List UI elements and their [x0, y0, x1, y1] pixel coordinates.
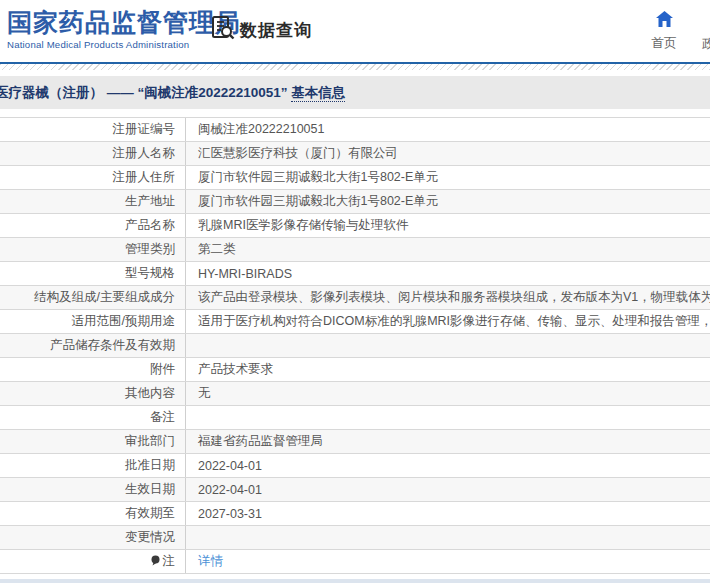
table-row: 注册人住所厦门市软件园三期诚毅北大街1号802-E单元 [0, 166, 710, 190]
breadcrumb-suffix: 基本信息 [291, 85, 345, 102]
table-row: 结构及组成/主要组成成分该产品由登录模块、影像列表模块、阅片模块和服务器模块组成… [0, 286, 710, 310]
note-bubble-icon [151, 555, 160, 569]
row-value: 详情 [186, 550, 710, 573]
row-label: 附件 [0, 358, 186, 381]
row-label: 型号规格 [0, 262, 186, 285]
table-row: 其他内容无 [0, 382, 710, 406]
table-row: 注详情 [0, 550, 710, 574]
nav-item-partial[interactable]: 政 [702, 36, 710, 53]
detail-link[interactable]: 详情 [198, 553, 223, 570]
table-row: 有效期至2027-03-31 [0, 502, 710, 526]
table-row: 产品储存条件及有效期 [0, 334, 710, 358]
info-table: 注册证编号闽械注准20222210051注册人名称汇医慧影医疗科技（厦门）有限公… [0, 117, 710, 574]
row-label: 有效期至 [0, 502, 186, 525]
logo-title: 国家药品监督管理局 [7, 9, 241, 37]
table-row: 生产地址厦门市软件园三期诚毅北大街1号802-E单元 [0, 190, 710, 214]
row-label: 批准日期 [0, 454, 186, 477]
row-value: 闽械注准20222210051 [186, 118, 710, 141]
section-title: 数据查询 [240, 19, 312, 42]
document-search-icon [210, 15, 236, 45]
table-row: 注册证编号闽械注准20222210051 [0, 118, 710, 142]
row-label: 结构及组成/主要组成成分 [0, 286, 186, 309]
nav-home-label: 首页 [646, 35, 682, 52]
row-value: 2027-03-31 [186, 502, 710, 525]
row-label: 产品储存条件及有效期 [0, 334, 186, 357]
table-row: 注册人名称汇医慧影医疗科技（厦门）有限公司 [0, 142, 710, 166]
nav-item-home[interactable]: 首页 [646, 11, 682, 52]
row-label: 产品名称 [0, 214, 186, 237]
row-value: 第二类 [186, 238, 710, 261]
row-label: 注册证编号 [0, 118, 186, 141]
nmpa-logo[interactable]: 国家药品监督管理局 National Medical Products Admi… [7, 9, 241, 50]
row-label: 备注 [0, 406, 186, 429]
row-value: 2022-04-01 [186, 478, 710, 501]
breadcrumb-bar: 医疗器械（注册） —— “闽械注准20222210051” 基本信息 [0, 76, 710, 109]
row-label: 其他内容 [0, 382, 186, 405]
row-label: 变更情况 [0, 526, 186, 549]
row-value: HY-MRI-BIRADS [186, 262, 710, 285]
table-row: 管理类别第二类 [0, 238, 710, 262]
table-row: 型号规格HY-MRI-BIRADS [0, 262, 710, 286]
breadcrumb: 医疗器械（注册） —— “闽械注准20222210051” 基本信息 [0, 84, 345, 102]
row-value: 厦门市软件园三期诚毅北大街1号802-E单元 [186, 166, 710, 189]
footer-strip [0, 579, 710, 583]
row-value: 厦门市软件园三期诚毅北大街1号802-E单元 [186, 190, 710, 213]
table-row: 附件产品技术要求 [0, 358, 710, 382]
table-row: 适用范围/预期用途适用于医疗机构对符合DICOM标准的乳腺MRI影像进行存储、传… [0, 310, 710, 334]
row-label: 注册人住所 [0, 166, 186, 189]
row-label: 注册人名称 [0, 142, 186, 165]
row-value: 福建省药品监督管理局 [186, 430, 710, 453]
table-row: 生效日期2022-04-01 [0, 478, 710, 502]
table-row: 批准日期2022-04-01 [0, 454, 710, 478]
row-value: 乳腺MRI医学影像存储传输与处理软件 [186, 214, 710, 237]
row-label: 管理类别 [0, 238, 186, 261]
data-query-section: 数据查询 [210, 15, 312, 45]
table-row: 变更情况 [0, 526, 710, 550]
row-value: 该产品由登录模块、影像列表模块、阅片模块和服务器模块组成，发布版本为V1，物理载… [186, 286, 710, 309]
row-label: 生效日期 [0, 478, 186, 501]
breadcrumb-main: 医疗器械（注册） —— “闽械注准20222210051” [0, 85, 291, 100]
table-row: 审批部门福建省药品监督管理局 [0, 430, 710, 454]
logo-subtitle: National Medical Products Administration [7, 39, 241, 50]
row-value [186, 334, 710, 357]
home-icon [656, 11, 673, 27]
row-value: 适用于医疗机构对符合DICOM标准的乳腺MRI影像进行存储、传输、显示、处理和报… [186, 310, 710, 333]
table-row: 产品名称乳腺MRI医学影像存储传输与处理软件 [0, 214, 710, 238]
page-header: 国家药品监督管理局 National Medical Products Admi… [0, 0, 710, 62]
row-label: 适用范围/预期用途 [0, 310, 186, 333]
row-value [186, 406, 710, 429]
row-value: 2022-04-01 [186, 454, 710, 477]
table-row: 备注 [0, 406, 710, 430]
row-label: 审批部门 [0, 430, 186, 453]
row-value: 汇医慧影医疗科技（厦门）有限公司 [186, 142, 710, 165]
row-label: 注 [0, 550, 186, 573]
row-value [186, 526, 710, 549]
row-value: 无 [186, 382, 710, 405]
spacer [0, 109, 710, 117]
row-label: 生产地址 [0, 190, 186, 213]
row-value: 产品技术要求 [186, 358, 710, 381]
